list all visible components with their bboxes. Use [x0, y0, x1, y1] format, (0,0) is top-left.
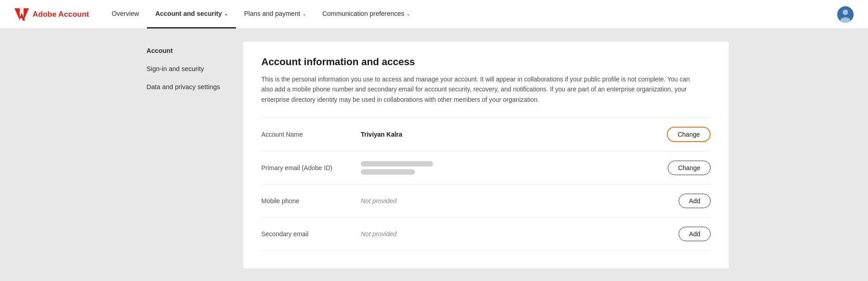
- account-name-action: Change: [667, 127, 711, 142]
- sidebar-account-label: Account: [146, 47, 173, 54]
- sidebar: Account Sign-in and security Data and pr…: [139, 42, 243, 268]
- mobile-phone-action: Add: [679, 194, 711, 208]
- secondary-email-label: Secondary email: [261, 230, 361, 238]
- avatar[interactable]: [837, 6, 854, 23]
- secondary-email-add-button[interactable]: Add: [679, 227, 711, 241]
- nav-account-security-label: Account and security: [155, 10, 222, 17]
- secondary-email-action: Add: [679, 227, 711, 241]
- page-body: Account Sign-in and security Data and pr…: [118, 29, 750, 281]
- blur-line-1: [361, 161, 433, 167]
- chevron-down-icon: ⌄: [302, 11, 306, 16]
- section-title: Account information and access: [261, 56, 711, 68]
- nav-plans-label: Plans and payment: [244, 10, 300, 17]
- blur-line-2: [361, 169, 415, 175]
- nav-item-plans-payment[interactable]: Plans and payment ⌄: [236, 0, 314, 29]
- main-content: Account information and access This is t…: [243, 42, 729, 268]
- account-name-label: Account Name: [261, 131, 361, 138]
- sidebar-item-account[interactable]: Account: [139, 42, 243, 60]
- primary-email-change-button[interactable]: Change: [668, 161, 711, 175]
- secondary-email-row: Secondary email Not provided Add: [261, 217, 711, 251]
- mobile-phone-add-button[interactable]: Add: [679, 194, 711, 208]
- primary-email-row: Primary email (Adobe ID) Change: [261, 151, 711, 184]
- secondary-email-value: Not provided: [361, 230, 679, 238]
- top-navigation: Adobe Account Overview Account and secur…: [0, 0, 868, 29]
- sidebar-signin-label: Sign-in and security: [146, 65, 204, 72]
- primary-email-value: [361, 161, 668, 175]
- user-avatar-icon: [837, 6, 854, 23]
- sidebar-data-privacy-label: Data and privacy settings: [146, 83, 220, 90]
- mobile-phone-label: Mobile phone: [261, 197, 361, 205]
- chevron-down-icon: ⌄: [224, 11, 228, 16]
- nav-overview-label: Overview: [112, 10, 139, 17]
- nav-communication-label: Communication preferences: [322, 10, 404, 17]
- nav-items: Overview Account and security ⌄ Plans an…: [104, 0, 837, 29]
- chevron-down-icon: ⌄: [406, 11, 410, 16]
- primary-email-label: Primary email (Adobe ID): [261, 164, 361, 171]
- account-name-value: Triviyan Kalra: [361, 131, 667, 138]
- account-name-change-button[interactable]: Change: [667, 127, 711, 142]
- mobile-phone-row: Mobile phone Not provided Add: [261, 184, 711, 217]
- account-name-row: Account Name Triviyan Kalra Change: [261, 117, 711, 151]
- svg-point-1: [843, 10, 848, 15]
- section-description: This is the personal information you use…: [261, 74, 695, 105]
- sidebar-item-data-privacy[interactable]: Data and privacy settings: [139, 78, 243, 96]
- nav-item-communication[interactable]: Communication preferences ⌄: [314, 0, 418, 29]
- nav-item-overview[interactable]: Overview: [104, 0, 147, 29]
- adobe-icon: [14, 8, 29, 21]
- brand-logo[interactable]: Adobe Account: [14, 8, 89, 21]
- sidebar-item-signin-security[interactable]: Sign-in and security: [139, 60, 243, 78]
- nav-item-account-security[interactable]: Account and security ⌄: [147, 0, 236, 29]
- primary-email-action: Change: [668, 161, 711, 175]
- brand-name: Adobe Account: [33, 10, 89, 19]
- mobile-phone-value: Not provided: [361, 197, 679, 205]
